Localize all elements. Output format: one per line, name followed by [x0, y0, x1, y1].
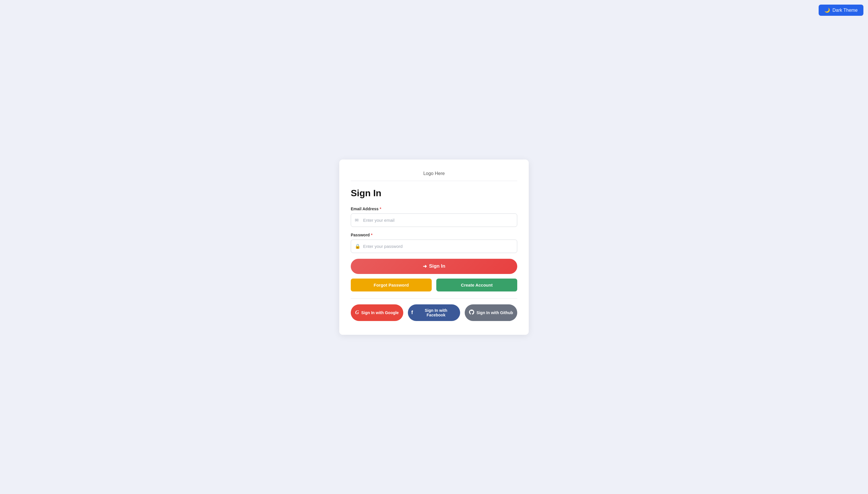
sign-in-arrow-icon: ➜	[423, 263, 427, 269]
logo-text: Logo Here	[423, 171, 445, 176]
secondary-buttons-row: Forgot Password Create Account	[351, 279, 517, 291]
google-icon: G	[355, 309, 359, 316]
github-sign-in-button[interactable]: Sign In with Github	[465, 304, 517, 321]
login-card: Logo Here Sign In Email Address * ✉ Pass…	[339, 159, 529, 335]
email-input[interactable]	[351, 213, 517, 227]
google-button-label: Sign In with Google	[362, 310, 399, 315]
email-label: Email Address *	[351, 207, 517, 211]
bottom-divider	[351, 298, 517, 299]
facebook-icon: f	[411, 309, 413, 316]
sign-in-label: Sign In	[429, 263, 445, 269]
top-divider	[351, 181, 517, 181]
logo-area: Logo Here	[351, 171, 517, 176]
github-icon	[469, 309, 474, 316]
password-label: Password *	[351, 233, 517, 237]
page-title: Sign In	[351, 188, 517, 198]
forgot-password-button[interactable]: Forgot Password	[351, 279, 432, 291]
sign-in-button[interactable]: ➜ Sign In	[351, 259, 517, 274]
create-account-button[interactable]: Create Account	[436, 279, 517, 291]
email-required-star: *	[380, 207, 381, 211]
password-required-star: *	[371, 233, 372, 237]
password-input[interactable]	[351, 240, 517, 253]
email-input-wrapper: ✉	[351, 213, 517, 227]
email-field-group: Email Address * ✉	[351, 207, 517, 227]
google-sign-in-button[interactable]: G Sign In with Google	[351, 304, 403, 321]
dark-theme-button[interactable]: 🌙 Dark Theme	[819, 5, 863, 16]
facebook-sign-in-button[interactable]: f Sign In with Facebook	[408, 304, 460, 321]
email-icon: ✉	[355, 217, 358, 223]
password-input-wrapper: 🔒	[351, 240, 517, 253]
password-field-group: Password * 🔒	[351, 233, 517, 253]
lock-icon: 🔒	[355, 244, 361, 249]
dark-theme-label: Dark Theme	[832, 8, 858, 13]
social-buttons-row: G Sign In with Google f Sign In with Fac…	[351, 304, 517, 321]
facebook-button-label: Sign In with Facebook	[415, 308, 457, 317]
moon-icon: 🌙	[824, 7, 830, 13]
github-button-label: Sign In with Github	[477, 310, 513, 315]
